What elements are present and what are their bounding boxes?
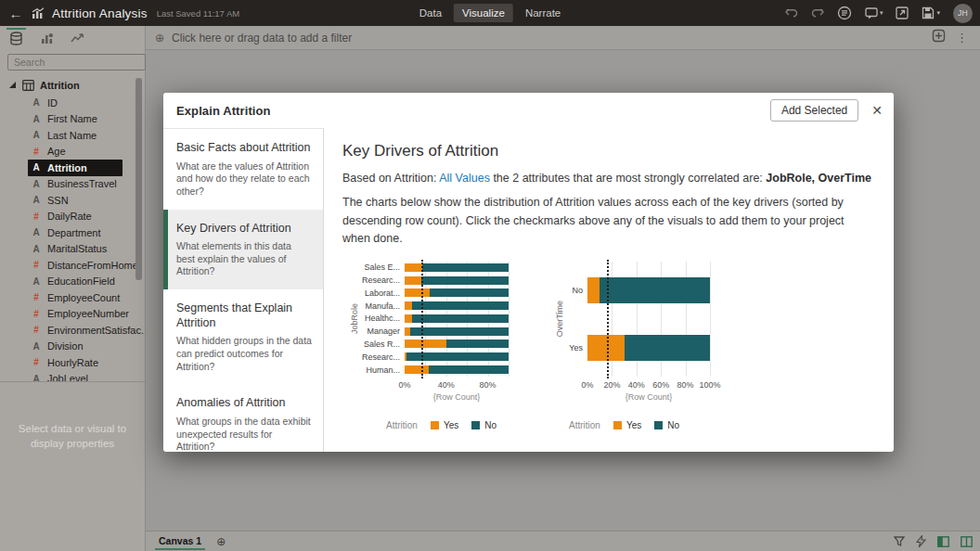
bar-yes[interactable] [587,335,710,361]
field-row[interactable]: #DailyRate [28,209,122,225]
reference-line [607,260,609,378]
explain-menu-item[interactable]: Anomalies of AttritionWhat groups in the… [163,384,323,452]
data-tab-icon[interactable] [9,28,23,49]
redo-icon[interactable] [811,7,824,19]
filter-indicator-icon[interactable] [894,536,905,547]
search-input[interactable] [7,54,146,70]
text-field-icon: A [32,97,41,108]
field-row[interactable]: #Age [28,144,122,160]
toggle-split-panel-icon[interactable] [961,536,973,547]
canvas-settings-icon[interactable] [932,29,946,46]
field-row[interactable]: AEducationField [28,274,122,290]
field-label: Attrition [47,162,87,173]
visualizations-tab-icon[interactable] [40,28,54,49]
category-label: No [565,286,587,295]
explain-menu-item[interactable]: Segments that Explain AttritionWhat hidd… [163,289,323,384]
field-label: Last Name [47,130,97,141]
field-row[interactable]: AID [28,95,122,111]
segment-no [410,327,509,336]
filter-bar-label: Click here or drag data to add a filter [172,32,352,45]
bar-sales-r-[interactable] [405,340,509,348]
avatar[interactable]: JH [953,4,973,23]
dataset-node[interactable]: Attrition [0,76,145,95]
legend-swatch [471,421,480,429]
menu-kebab-icon[interactable]: ⋮ [953,31,971,45]
stacked-bar-chart[interactable]: JobRoleSales E...Researc...Laborat...Man… [348,262,509,430]
undo-icon[interactable] [785,7,798,19]
canvas-tab[interactable]: Canvas 1 [153,532,207,550]
topbar: ← Attrition Analysis Last Saved 11:17 AM… [0,0,980,26]
segment-yes [405,365,429,374]
scrollbar-thumb[interactable] [135,78,142,280]
filter-bar[interactable]: ⊕ Click here or drag data to add a filte… [146,26,980,50]
legend-item: No [654,420,679,430]
tab-visualize[interactable]: Visualize [454,4,513,22]
field-row[interactable]: AFirst Name [28,111,122,128]
bottom-bar: Canvas 1 ⊕ [146,531,980,551]
bar-laborat-[interactable] [405,288,509,297]
bar-human-[interactable] [405,365,509,374]
segment-yes [405,340,446,348]
stacked-bar-chart[interactable]: OverTimeNoYes0%20%40%60%80%100%{Row Coun… [553,262,710,430]
search-row: ⊕ [0,50,145,76]
charts-description: The charts below show the distribution o… [342,194,871,248]
field-row[interactable]: ALast Name [28,127,122,144]
all-values-link[interactable]: All Values [439,172,490,185]
present-icon[interactable] [896,6,909,19]
field-row[interactable]: #EmployeeNumber [28,306,122,323]
bar-researc-[interactable] [405,276,509,285]
category-label: Researc... [360,352,405,362]
toggle-left-panel-icon[interactable] [937,536,949,547]
close-icon[interactable]: ✕ [871,104,883,117]
number-field-icon: # [32,292,41,302]
data-panel: ⊕ Attrition AIDAFirst NameALast Name#Age… [0,26,146,551]
save-icon[interactable]: ▾ [922,6,940,19]
segment-no [412,301,509,310]
tab-narrate[interactable]: Narrate [517,4,569,22]
field-label: EducationField [47,276,115,287]
view-tabs: DataVisualizeNarrate [411,4,569,22]
text-field-icon: A [32,195,41,205]
field-row[interactable]: #EmployeeCount [28,289,122,306]
field-row[interactable]: ASSN [28,192,122,209]
chart-legend: AttritionYesNo [386,420,509,430]
explain-content: Key Drivers of Attrition Based on Attrit… [324,128,894,452]
bar-manufa-[interactable] [405,301,509,310]
category-label: Sales R... [360,340,405,349]
auto-apply-icon[interactable] [916,535,926,547]
x-tick: 0% [398,380,410,390]
field-row[interactable]: AAttrition [28,160,122,176]
field-row[interactable]: ADepartment [28,224,122,241]
back-icon[interactable]: ← [0,6,32,21]
bar-researc-[interactable] [405,352,509,361]
bar-sales-e-[interactable] [405,263,509,272]
comment-icon[interactable]: ▾ [865,7,883,19]
workbook-title: Attrition Analysis [52,6,148,20]
add-filter-icon[interactable]: ⊕ [155,32,164,44]
menu-item-desc: What elements in this data best explain … [176,240,312,278]
explain-menu-item[interactable]: Basic Facts about AttritionWhat are the … [163,129,323,210]
field-row[interactable]: AMaritalStatus [28,241,122,258]
bar-manager[interactable] [405,327,509,336]
segment-no [430,288,509,297]
driver-charts: JobRoleSales E...Researc...Laborat...Man… [342,262,871,430]
tab-data[interactable]: Data [411,4,450,22]
field-label: SSN [47,195,69,206]
category-label: Laborat... [360,288,405,298]
field-row[interactable]: #DistanceFromHome [28,257,122,274]
bar-no[interactable] [587,277,710,303]
analytics-tab-icon[interactable] [71,28,85,48]
add-selected-button[interactable]: Add Selected [770,99,858,122]
explain-menu-item[interactable]: Key Drivers of AttritionWhat elements in… [163,210,323,290]
reference-line [421,260,423,378]
x-tick: 0% [581,380,593,390]
bar-healthc-[interactable] [405,314,509,323]
menu-item-title: Basic Facts about Attrition [176,141,312,156]
add-canvas-icon[interactable]: ⊕ [216,536,226,547]
dialog-title: Explain Attrition [176,104,271,118]
app-logo-icon [32,7,45,19]
insights-icon[interactable] [837,6,852,20]
legend-title: Attrition [569,420,600,430]
dataset-label: Attrition [40,80,80,91]
field-row[interactable]: ABusinessTravel [28,176,122,193]
